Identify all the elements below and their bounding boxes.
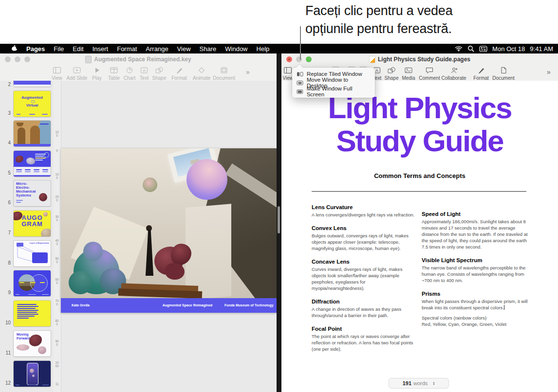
slide-thumbnail-3[interactable]: Augmented Virtual (14, 91, 51, 117)
pages-window-title: Light Physics Study Guide.pages (378, 56, 470, 63)
control-center-icon[interactable] (479, 46, 487, 52)
doc-section: Speed of Light Approximately 186,000mi/s… (422, 211, 533, 250)
document-title[interactable]: Light Physics Study Guide (281, 91, 558, 158)
section-heading: Focal Point (312, 326, 415, 332)
slide-number: 6 (1, 200, 11, 205)
section-body: A lens converges/diverges light rays via… (312, 212, 415, 218)
slide-number: 5 (1, 170, 11, 176)
document-icon (206, 67, 242, 74)
keynote-document-icon (85, 56, 92, 63)
pages-window: Light Physics Study Guide.pages × View A… (281, 53, 558, 392)
menu-item-help[interactable]: Help (252, 45, 274, 53)
section-body: Bulges outward, converges rays of light,… (312, 232, 415, 251)
slide-thumbnail-12[interactable] (14, 361, 51, 387)
word-count-label: words (413, 380, 428, 386)
slide-thumbnail-7[interactable]: AUGO GRAM (14, 211, 51, 236)
close-button[interactable]: × (286, 56, 292, 62)
replace-tiled-window-icon (297, 71, 303, 77)
slide-thumbnail-10[interactable] (14, 301, 51, 326)
section-body: Approximately 186,000mi/s. Sunlight take… (422, 218, 533, 250)
section-heading: Convex Lens (312, 225, 415, 231)
apple-icon (11, 45, 18, 52)
callout-line-1: Faceți clic pentru a vedea (305, 2, 452, 20)
slide-footer-bar: Kate Grella Augmented Space Reimagined F… (61, 298, 277, 313)
text-cursor (504, 305, 504, 310)
word-count-stepper-icon[interactable]: ▲▼ (432, 381, 435, 386)
slide-number: 4 (1, 140, 11, 145)
slide-footer-author: Kate Grella (72, 303, 90, 307)
menu-bar: Pages File Edit Insert Format Arrange Vi… (0, 44, 558, 53)
toolbar-button-document[interactable]: Document (206, 67, 242, 81)
photo-large-sphere (186, 159, 227, 200)
callout-line-2: opțiunile pentru fereastră. (305, 20, 452, 38)
scrollbar-thumb[interactable] (278, 206, 280, 233)
slide-number: 9 (1, 290, 11, 295)
word-count-value: 191 (403, 380, 411, 386)
menu-item-window[interactable]: Window (221, 45, 252, 53)
slide-number: 7 (1, 230, 11, 235)
slide-footer-venue: Funda Museum of Technology (224, 303, 276, 307)
slide-thumbnail-11[interactable]: Moving Forward (14, 331, 51, 356)
photo-maroon-blob (154, 244, 191, 281)
doc-section: Concave Lens Curves inward, diverges ray… (312, 259, 415, 291)
pages-document-icon (369, 56, 375, 63)
menu-item-insert[interactable]: Insert (88, 45, 113, 53)
menu-item-file[interactable]: File (49, 45, 68, 53)
menu-bar-time[interactable]: 9:41 AM (530, 45, 553, 53)
slide-thumbnail-6[interactable]: Micro- Electro- Mechanical Systems (14, 180, 51, 206)
zoom-button[interactable] (306, 56, 312, 62)
keynote-window-chrome: Augmented Space Reimagined.key View Add … (0, 53, 277, 81)
minimize-button[interactable] (15, 56, 20, 62)
search-icon[interactable] (467, 45, 474, 52)
current-slide[interactable]: Kate Grella Augmented Space Reimagined F… (61, 148, 277, 313)
minimize-button[interactable] (296, 56, 302, 62)
menu-item-pages[interactable]: Pages (22, 45, 49, 53)
menu-item-view[interactable]: View (173, 45, 195, 53)
document-subtitle[interactable]: Common Terms and Concepts (281, 172, 558, 179)
slide-thumbnail-9[interactable] (14, 270, 51, 296)
slide-footer-title: Augmented Space Reimagined (149, 303, 226, 307)
apple-menu[interactable] (7, 45, 22, 53)
keynote-window: Augmented Space Reimagined.key View Add … (0, 53, 277, 392)
section-body: A change in direction of waves as they p… (312, 306, 415, 319)
slide-number: 3 (1, 110, 11, 116)
left-text-column[interactable]: Lens Curvature A lens converges/diverges… (312, 204, 415, 359)
wifi-icon[interactable] (455, 46, 463, 52)
document-page-icon (485, 67, 521, 74)
section-body: Spectral colors (rainbow colors) (422, 315, 533, 321)
slide-thumbnail-4[interactable] (14, 121, 51, 146)
menu-item-arrange[interactable]: Arrange (141, 45, 172, 53)
menu-item-share[interactable]: Share (195, 45, 221, 53)
close-button[interactable] (5, 56, 11, 62)
menu-item-format[interactable]: Format (112, 45, 141, 53)
zoom-button[interactable] (24, 56, 30, 62)
callout-text: Faceți clic pentru a vedea opțiunile pen… (305, 2, 452, 38)
keynote-canvas: 100 0 100 200 300 400 500 600 700 800 90… (54, 81, 277, 392)
photo-small-sphere (143, 178, 157, 192)
slide-thumbnail-2[interactable] (14, 81, 51, 87)
menu-item-make-window-full-screen[interactable]: Make Window Full Screen (292, 87, 375, 96)
section-body: Red, Yellow, Cyan, Orange, Green, Violet (422, 321, 533, 327)
window-options-menu: Replace Tiled Window Move Window to Desk… (292, 68, 375, 98)
pages-document: Light Physics Study Guide Common Terms a… (281, 81, 558, 392)
toolbar-overflow-chevron[interactable]: » (246, 68, 250, 76)
menu-bar-date[interactable]: Mon Oct 18 (492, 45, 525, 53)
section-body: When light passes through a dispersive p… (422, 298, 533, 311)
doc-section: Spectral colors (rainbow colors) Red, Ye… (422, 315, 533, 327)
toolbar-button-document[interactable]: Document (485, 67, 521, 81)
pages-traffic-lights: × (286, 56, 312, 62)
section-heading: Lens Curvature (312, 204, 415, 210)
section-body: Curves inward, diverges rays of light, m… (312, 266, 415, 291)
move-window-to-desktop-icon (297, 80, 303, 86)
right-text-column[interactable]: Speed of Light Approximately 186,000mi/s… (422, 211, 533, 335)
toolbar-overflow-chevron[interactable]: » (547, 68, 551, 76)
slide-thumbnail-5[interactable] (14, 151, 51, 177)
slide-thumbnail-8[interactable]: Layers of Augmentation (14, 241, 51, 267)
word-count-control[interactable]: 191 words ▲▼ (389, 378, 449, 389)
menu-item-edit[interactable]: Edit (68, 45, 88, 53)
make-window-full-screen-icon (297, 89, 303, 95)
doc-section: Prisms When light passes through a dispe… (422, 291, 533, 311)
section-heading: Visible Light Spectrum (422, 257, 533, 263)
section-heading: Speed of Light (422, 211, 533, 217)
doc-section: Convex Lens Bulges outward, converges ra… (312, 225, 415, 251)
